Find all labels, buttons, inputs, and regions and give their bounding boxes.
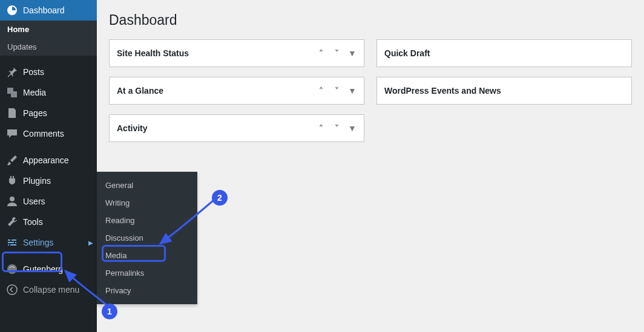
- sidebar-item-plugins[interactable]: Plugins: [0, 171, 97, 191]
- move-down-icon[interactable]: ˅: [332, 86, 341, 96]
- sidebar-item-pages[interactable]: Pages: [0, 103, 97, 123]
- move-up-icon[interactable]: ˄: [317, 48, 325, 58]
- sidebar-item-label: Posts: [23, 67, 44, 77]
- media-icon: [6, 86, 18, 99]
- sidebar-item-label: Media: [23, 88, 46, 97]
- comment-icon: [6, 128, 18, 140]
- move-down-icon[interactable]: ˅: [332, 48, 341, 58]
- page-icon: [6, 107, 18, 119]
- page-title: Dashboard: [109, 12, 632, 28]
- sidebar-item-tools[interactable]: Tools: [0, 212, 97, 232]
- svg-point-1: [7, 264, 17, 274]
- sidebar-item-gutenberg[interactable]: Gutenberg: [0, 259, 97, 279]
- move-down-icon[interactable]: ˅: [332, 123, 341, 133]
- panel-activity: Activity ˄ ˅ ▼: [109, 114, 364, 142]
- settings-flyout-submenu: General Writing Reading Discussion Media…: [97, 172, 197, 304]
- panel-quick-draft: Quick Draft: [376, 39, 632, 67]
- sidebar-item-comments[interactable]: Comments: [0, 123, 97, 144]
- toggle-panel-icon[interactable]: ▼: [348, 86, 356, 96]
- sidebar-item-label: Settings: [23, 238, 54, 247]
- panel-title: At a Glance: [117, 86, 163, 96]
- brush-icon: [6, 154, 18, 166]
- panel-site-health: Site Health Status ˄ ˅ ▼: [109, 39, 364, 67]
- sidebar-item-label: Collapse menu: [23, 285, 79, 295]
- collapse-icon: [6, 284, 18, 296]
- gutenberg-icon: [6, 263, 18, 275]
- sidebar-subitem-home[interactable]: Home: [0, 21, 97, 38]
- sidebar-item-label: Plugins: [23, 176, 51, 186]
- sidebar-item-label: Comments: [23, 129, 64, 138]
- sidebar-item-users[interactable]: Users: [0, 191, 97, 212]
- settings-subitem-privacy[interactable]: Privacy: [97, 282, 197, 299]
- dashboard-panels: Site Health Status ˄ ˅ ▼ At a Glance ˄ ˅…: [109, 39, 632, 152]
- sidebar-item-label: Gutenberg: [23, 264, 63, 274]
- panel-title: Site Health Status: [117, 48, 189, 58]
- toggle-panel-icon[interactable]: ▼: [348, 123, 356, 133]
- sidebar-item-settings[interactable]: Settings ▶: [0, 232, 97, 253]
- svg-point-0: [10, 197, 15, 201]
- move-up-icon[interactable]: ˄: [317, 86, 325, 96]
- settings-subitem-media[interactable]: Media: [97, 247, 197, 264]
- sidebar-item-label: Users: [23, 197, 45, 206]
- sidebar-item-label: Appearance: [23, 155, 69, 165]
- sidebar-item-posts[interactable]: Posts: [0, 62, 97, 82]
- panel-title: WordPress Events and News: [384, 86, 501, 96]
- wrench-icon: [6, 216, 18, 228]
- sidebar-item-label: Pages: [23, 108, 47, 118]
- submenu-arrow-icon: ▶: [88, 239, 93, 246]
- panel-title: Quick Draft: [384, 48, 430, 58]
- sliders-icon: [6, 236, 18, 249]
- settings-subitem-reading[interactable]: Reading: [97, 212, 197, 229]
- settings-subitem-permalinks[interactable]: Permalinks: [97, 264, 197, 282]
- plugin-icon: [6, 175, 18, 187]
- dashboard-submenu: Home Updates: [0, 21, 97, 56]
- sidebar-item-dashboard[interactable]: Dashboard: [0, 0, 97, 21]
- sidebar-item-media[interactable]: Media: [0, 82, 97, 103]
- svg-point-2: [7, 285, 17, 295]
- pushpin-icon: [6, 66, 18, 78]
- panel-events-news: WordPress Events and News: [376, 77, 632, 105]
- sidebar-subitem-updates[interactable]: Updates: [0, 38, 97, 56]
- sidebar-collapse-menu[interactable]: Collapse menu: [0, 279, 97, 300]
- sidebar-item-label: Dashboard: [23, 5, 65, 15]
- settings-subitem-general[interactable]: General: [97, 177, 197, 194]
- panel-title: Activity: [117, 123, 148, 133]
- user-icon: [6, 195, 18, 207]
- admin-sidebar: Dashboard Home Updates Posts Media Pages…: [0, 0, 97, 332]
- sidebar-item-appearance[interactable]: Appearance: [0, 150, 97, 171]
- settings-subitem-writing[interactable]: Writing: [97, 194, 197, 212]
- move-up-icon[interactable]: ˄: [317, 123, 325, 133]
- panel-at-a-glance: At a Glance ˄ ˅ ▼: [109, 77, 364, 105]
- sidebar-item-label: Tools: [23, 217, 43, 227]
- toggle-panel-icon[interactable]: ▼: [348, 48, 356, 58]
- dashboard-icon: [6, 4, 18, 16]
- settings-subitem-discussion[interactable]: Discussion: [97, 229, 197, 247]
